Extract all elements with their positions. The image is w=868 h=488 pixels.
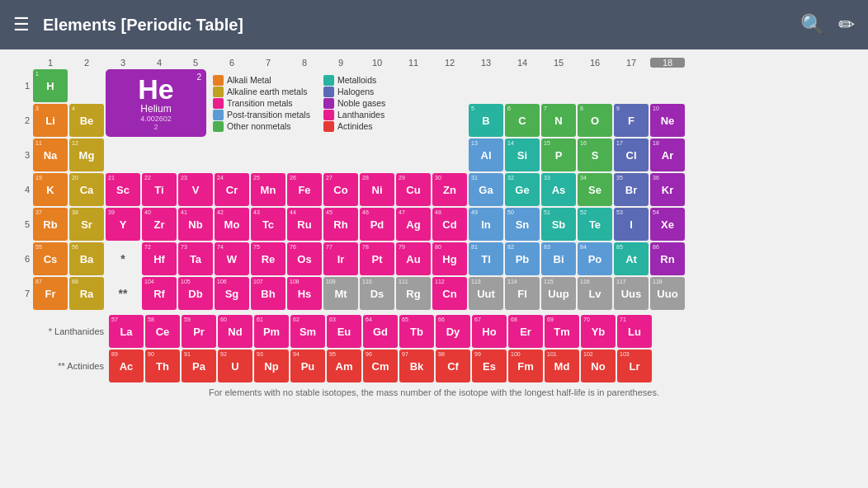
element-sb[interactable]: 51Sb [541,208,576,241]
element-ar[interactable]: 18Ar [650,138,685,171]
element-cu[interactable]: 29Cu [396,173,431,206]
element-al[interactable]: 13Al [469,138,503,171]
element-xe[interactable]: 54Xe [650,208,685,241]
element-te[interactable]: 52Te [578,208,612,241]
element-ni[interactable]: 28Ni [360,173,394,206]
element-bi[interactable]: 83Bi [541,242,576,275]
element-sn[interactable]: 50Sn [505,208,540,241]
element-zn[interactable]: 30Zn [432,173,467,206]
element-w[interactable]: 74W [215,242,249,275]
lanthanide-lu[interactable]: 71Lu [617,315,652,348]
element-re[interactable]: 75Re [251,242,285,275]
element-kr[interactable]: 36Kr [650,173,685,206]
actinide-th[interactable]: 90Th [145,350,180,382]
actinide-cm[interactable]: 96Cm [363,350,398,382]
search-button[interactable]: 🔍 [800,13,825,36]
element-mt[interactable]: 109Mt [323,277,358,310]
element-ds[interactable]: 110Ds [360,277,394,310]
element-li[interactable]: 3Li [33,104,68,137]
element-na[interactable]: 11Na [33,138,68,171]
element-cr[interactable]: 24Cr [215,173,249,206]
element-s[interactable]: 16S [578,138,612,171]
element-sc[interactable]: 21Sc [106,173,140,206]
actinide-ac[interactable]: 89Ac [109,350,144,382]
element-ne[interactable]: 10Ne [650,104,685,137]
element-fe[interactable]: 26Fe [287,173,322,206]
element-cs[interactable]: 55Cs [33,242,68,275]
actinide-u[interactable]: 92U [218,350,252,382]
element-nb[interactable]: 41Nb [178,208,213,241]
element-hs[interactable]: 108Hs [287,277,322,310]
element-uut[interactable]: 113Uut [469,277,503,310]
lanthanide-yb[interactable]: 70Yb [581,315,616,348]
lanthanide-pm[interactable]: 61Pm [254,315,289,348]
element-n[interactable]: 7N [541,104,576,137]
actinide-fm[interactable]: 100Fm [508,350,543,382]
lanthanide-ce[interactable]: 58Ce [145,315,180,348]
element-ca[interactable]: 20Ca [69,173,104,206]
element-p[interactable]: 15P [541,138,576,171]
lanthanide-tm[interactable]: 69Tm [545,315,579,348]
element-ti[interactable]: 22Ti [142,173,177,206]
helium-large-box[interactable]: 2HeHelium4.0026022 [106,69,206,137]
element-rg[interactable]: 111Rg [396,277,431,310]
element-co[interactable]: 27Co [323,173,358,206]
element-rn[interactable]: 86Rn [650,242,685,275]
element-fr[interactable]: 87Fr [33,277,68,310]
lanthanide-tb[interactable]: 65Tb [399,315,434,348]
element-fl[interactable]: 114Fl [505,277,540,310]
element-h[interactable]: 1H [33,69,68,102]
element-ga[interactable]: 31Ga [469,173,503,206]
lanthanide-nd[interactable]: 60Nd [218,315,252,348]
element-pd[interactable]: 46Pd [360,208,394,241]
element-at[interactable]: 85At [614,242,649,275]
actinide-no[interactable]: 102No [581,350,616,382]
element-bh[interactable]: 107Bh [251,277,285,310]
element-cn[interactable]: 112Cn [432,277,467,310]
lanthanide-pr[interactable]: 59Pr [182,315,216,348]
element-cd[interactable]: 48Cd [432,208,467,241]
element-ba[interactable]: 56Ba [69,242,104,275]
menu-button[interactable]: ☰ [13,14,30,35]
element-i[interactable]: 53I [614,208,649,241]
element-ru[interactable]: 44Ru [287,208,322,241]
element-ra[interactable]: 88Ra [69,277,104,310]
element-y[interactable]: 39Y [106,208,140,241]
actinide-pu[interactable]: 94Pu [290,350,325,382]
element-b[interactable]: 5B [469,104,503,137]
lanthanide-sm[interactable]: 62Sm [290,315,325,348]
element-pt[interactable]: 78Pt [360,242,394,275]
element-mn[interactable]: 25Mn [251,173,285,206]
actinide-bk[interactable]: 97Bk [399,350,434,382]
element-rb[interactable]: 37Rb [33,208,68,241]
element-rf[interactable]: 104Rf [142,277,177,310]
edit-button[interactable]: ✏ [838,13,855,36]
element-br[interactable]: 35Br [614,173,649,206]
lanthanide-la[interactable]: 57La [109,315,144,348]
lanthanide-ho[interactable]: 67Ho [472,315,507,348]
element-hg[interactable]: 80Hg [432,242,467,275]
element-in[interactable]: 49In [469,208,503,241]
element-ge[interactable]: 32Ge [505,173,540,206]
element-c[interactable]: 6C [505,104,540,137]
element-ta[interactable]: 73Ta [178,242,213,275]
element-ag[interactable]: 47Ag [396,208,431,241]
element-tl[interactable]: 81Tl [469,242,503,275]
element-be[interactable]: 4Be [69,104,104,137]
actinide-cf[interactable]: 98Cf [436,350,470,382]
lanthanide-eu[interactable]: 63Eu [327,315,361,348]
element-uus[interactable]: 117Uus [614,277,649,310]
element-lv[interactable]: 116Lv [578,277,612,310]
lanthanide-gd[interactable]: 64Gd [363,315,398,348]
lanthanide-dy[interactable]: 66Dy [436,315,470,348]
actinide-pa[interactable]: 91Pa [182,350,216,382]
element-v[interactable]: 23V [178,173,213,206]
actinide-es[interactable]: 99Es [472,350,507,382]
element-se[interactable]: 34Se [578,173,612,206]
element-k[interactable]: 19K [33,173,68,206]
actinide-md[interactable]: 101Md [545,350,579,382]
element-si[interactable]: 14Si [505,138,540,171]
element-cl[interactable]: 17Cl [614,138,649,171]
element-mo[interactable]: 42Mo [215,208,249,241]
element-zr[interactable]: 40Zr [142,208,177,241]
